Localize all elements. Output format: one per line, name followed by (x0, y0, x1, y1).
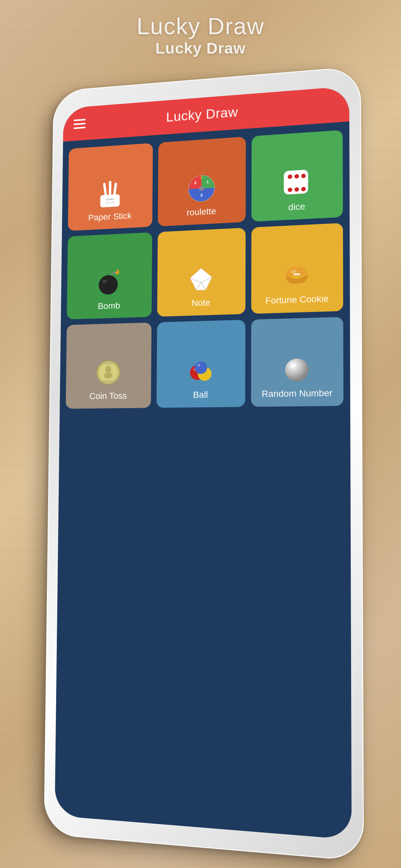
grid-item-fortune[interactable]: Fortune Cookie (251, 223, 343, 314)
random-label: Random Number (261, 388, 332, 399)
ball-label: Ball (193, 390, 208, 400)
svg-text:Shake: Shake (106, 197, 114, 201)
paper-stick-icon: Shake your draw (98, 179, 122, 209)
paper-stick-label: Paper Stick (88, 211, 132, 223)
hamburger-menu-button[interactable] (73, 119, 86, 129)
svg-text:2: 2 (194, 181, 197, 185)
svg-text:LIBERTY: LIBERTY (104, 362, 113, 365)
svg-point-41 (285, 359, 308, 382)
title-area: Lucky Draw Lucky Draw (0, 13, 401, 57)
grid-item-roulette[interactable]: 1 2 3 roulette (158, 136, 246, 226)
bomb-icon (96, 269, 123, 297)
phone-outer: Lucky Draw Shake y (44, 66, 364, 862)
dice-label: dice (288, 201, 305, 213)
roulette-label: roulette (187, 206, 216, 218)
app-title-sub: Lucky Draw (0, 39, 401, 57)
coin-icon: LIBERTY QUARTER DOLLAR (95, 359, 122, 386)
header-title: Lucky Draw (166, 104, 238, 125)
phone-screen: Lucky Draw Shake y (55, 86, 351, 840)
grid-item-paper-stick[interactable]: Shake your draw Paper Stick (68, 143, 153, 231)
game-grid: Shake your draw Paper Stick (60, 121, 350, 416)
svg-text:1: 1 (206, 180, 209, 185)
grid-item-bomb[interactable]: Bomb (67, 232, 152, 319)
svg-point-20 (98, 275, 118, 295)
random-number-icon (282, 354, 311, 384)
ball-icon (187, 356, 215, 385)
grid-item-note[interactable]: Note (157, 228, 246, 316)
svg-text:3: 3 (200, 193, 203, 198)
grid-item-coin[interactable]: LIBERTY QUARTER DOLLAR Coin Toss (66, 322, 152, 409)
grid-item-ball[interactable]: Ball (157, 320, 245, 408)
bomb-label: Bomb (98, 300, 120, 312)
grid-item-random[interactable]: Random Number (251, 317, 343, 407)
app-title-main: Lucky Draw (0, 13, 401, 39)
coin-label: Coin Toss (89, 391, 127, 402)
note-label: Note (191, 298, 210, 309)
grid-item-dice[interactable]: dice (251, 130, 343, 221)
svg-text:QUARTER DOLLAR: QUARTER DOLLAR (100, 380, 116, 383)
fortune-cookie-icon (282, 261, 311, 290)
empty-area (55, 414, 351, 840)
dice-icon (282, 168, 311, 197)
note-icon (187, 265, 215, 294)
svg-rect-28 (294, 273, 300, 275)
phone-wrapper: Lucky Draw Shake y (42, 71, 359, 840)
fortune-label: Fortune Cookie (266, 293, 329, 306)
roulette-icon: 1 2 3 (188, 174, 215, 203)
